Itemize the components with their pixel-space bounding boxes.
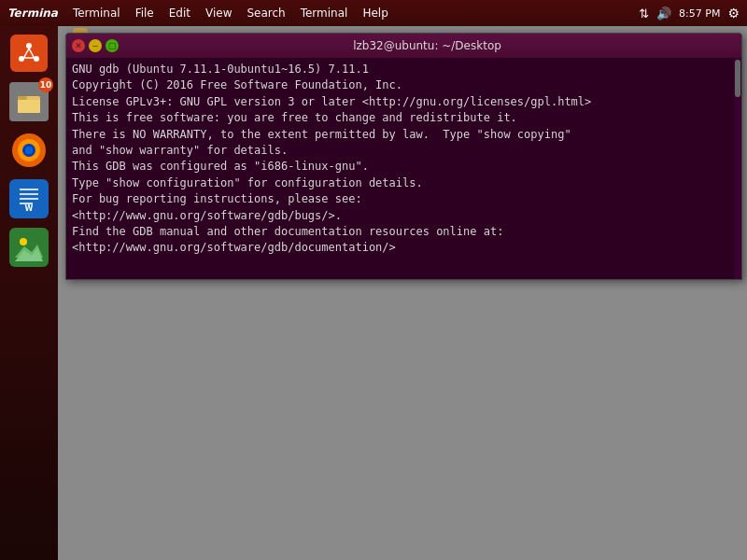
app-name: Termina: [0, 7, 65, 20]
launcher: 10 W: [0, 26, 58, 560]
menu-view[interactable]: View: [198, 5, 239, 21]
svg-point-2: [19, 56, 24, 62]
scrollbar-thumb: [735, 60, 740, 97]
launcher-item-image-viewer[interactable]: [7, 225, 51, 270]
system-tray: ⇅ 🔊 8:57 PM ⚙: [639, 6, 747, 21]
menu-file[interactable]: File: [128, 5, 162, 21]
menu-edit[interactable]: Edit: [162, 5, 198, 21]
svg-rect-14: [20, 193, 38, 195]
ubuntu-logo-icon: [10, 35, 48, 72]
svg-rect-15: [20, 198, 38, 200]
firefox-icon: [9, 131, 49, 170]
launcher-item-firefox[interactable]: [7, 128, 51, 173]
menu-help[interactable]: Help: [355, 5, 395, 21]
svg-rect-6: [18, 100, 40, 113]
svg-point-3: [34, 56, 39, 62]
settings-icon[interactable]: ⚙: [727, 6, 740, 21]
terminal-window: ✕ − □ lzb32@ubuntu: ~/Desktop GNU gdb (U…: [65, 33, 742, 280]
volume-icon: 🔊: [656, 7, 671, 21]
terminal-body[interactable]: GNU gdb (Ubuntu 7.11.1-0ubuntu1~16.5) 7.…: [66, 58, 741, 279]
terminal-titlebar: ✕ − □ lzb32@ubuntu: ~/Desktop: [66, 34, 741, 58]
writer-icon: W: [9, 179, 49, 218]
keyboard-icon: ⇅: [639, 7, 649, 21]
terminal-scrollbar[interactable]: [734, 58, 741, 279]
files-badge: 10: [38, 77, 53, 92]
launcher-item-files[interactable]: 10: [7, 79, 51, 124]
clock: 8:57 PM: [679, 7, 720, 20]
launcher-item-writer[interactable]: W: [7, 176, 51, 221]
svg-point-11: [25, 147, 33, 154]
svg-rect-7: [18, 96, 27, 100]
menu-terminal[interactable]: Terminal: [65, 5, 128, 21]
svg-text:W: W: [25, 204, 34, 213]
window-controls: ✕ − □: [72, 39, 119, 52]
svg-point-19: [20, 238, 27, 245]
svg-rect-13: [20, 189, 38, 190]
close-button[interactable]: ✕: [72, 39, 85, 52]
top-menubar: Termina Terminal File Edit View Search T…: [0, 0, 747, 26]
maximize-button[interactable]: □: [106, 39, 119, 52]
terminal-output: GNU gdb (Ubuntu 7.11.1-0ubuntu1~16.5) 7.…: [72, 62, 736, 257]
terminal-title: lzb32@ubuntu: ~/Desktop: [119, 39, 736, 52]
menu-terminal2[interactable]: Terminal: [293, 5, 356, 21]
menu-search[interactable]: Search: [239, 5, 292, 21]
menu-bar: Terminal File Edit View Search Terminal …: [65, 5, 639, 21]
image-viewer-icon: [9, 228, 49, 267]
minimize-button[interactable]: −: [89, 39, 102, 52]
launcher-item-ubuntu[interactable]: [7, 31, 51, 76]
